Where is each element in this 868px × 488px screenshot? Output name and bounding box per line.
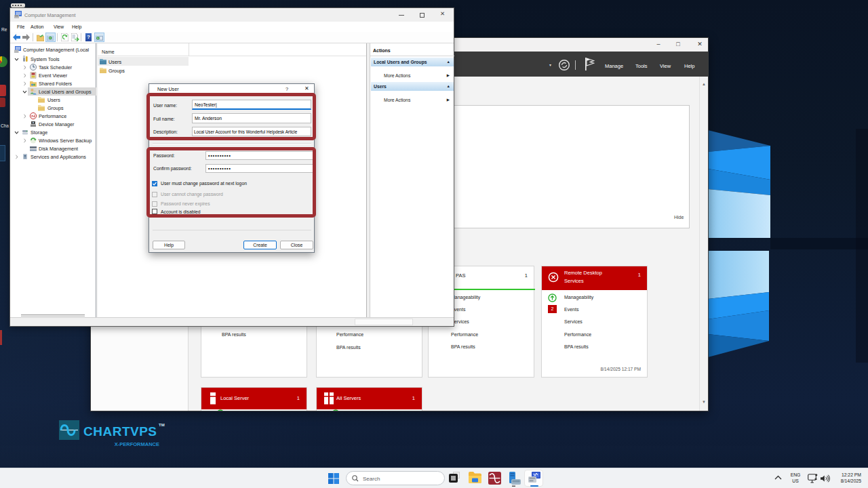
svg-text:TM: TM bbox=[159, 423, 165, 427]
svg-text:X-PERFORMANCE: X-PERFORMANCE bbox=[115, 441, 159, 447]
svg-text:CHARTVPS: CHARTVPS bbox=[83, 424, 157, 439]
